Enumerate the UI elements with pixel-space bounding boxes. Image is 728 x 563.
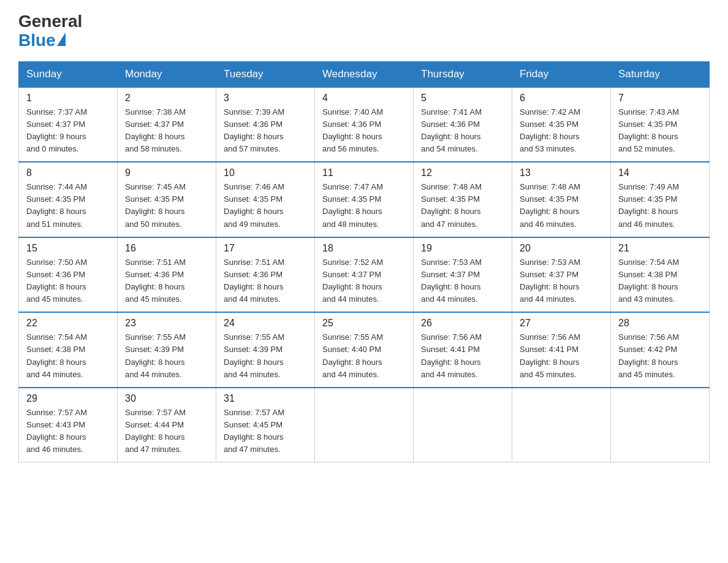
day-number: 7 bbox=[618, 93, 703, 104]
calendar-day-cell: 23Sunrise: 7:55 AMSunset: 4:39 PMDayligh… bbox=[118, 312, 216, 388]
calendar-day-cell: 4Sunrise: 7:40 AMSunset: 4:36 PMDaylight… bbox=[315, 87, 414, 163]
day-info: Sunrise: 7:53 AMSunset: 4:37 PMDaylight:… bbox=[421, 256, 506, 306]
calendar-day-cell: 8Sunrise: 7:44 AMSunset: 4:35 PMDaylight… bbox=[19, 162, 118, 237]
calendar-week-row: 29Sunrise: 7:57 AMSunset: 4:43 PMDayligh… bbox=[19, 388, 710, 462]
header-sunday: Sunday bbox=[19, 61, 118, 87]
day-info: Sunrise: 7:37 AMSunset: 4:37 PMDaylight:… bbox=[26, 106, 111, 156]
calendar-day-cell: 6Sunrise: 7:42 AMSunset: 4:35 PMDaylight… bbox=[512, 87, 611, 163]
calendar-day-cell: 25Sunrise: 7:55 AMSunset: 4:40 PMDayligh… bbox=[315, 312, 414, 388]
logo: General Blue bbox=[18, 12, 82, 50]
calendar-day-cell: 26Sunrise: 7:56 AMSunset: 4:41 PMDayligh… bbox=[414, 312, 512, 388]
calendar-day-cell: 11Sunrise: 7:47 AMSunset: 4:35 PMDayligh… bbox=[315, 162, 414, 237]
calendar-day-cell: 30Sunrise: 7:57 AMSunset: 4:44 PMDayligh… bbox=[118, 388, 216, 462]
header-monday: Monday bbox=[118, 61, 216, 87]
day-info: Sunrise: 7:56 AMSunset: 4:41 PMDaylight:… bbox=[421, 331, 506, 381]
day-info: Sunrise: 7:44 AMSunset: 4:35 PMDaylight:… bbox=[26, 181, 111, 231]
day-number: 16 bbox=[125, 243, 210, 254]
day-number: 22 bbox=[26, 318, 111, 329]
day-info: Sunrise: 7:45 AMSunset: 4:35 PMDaylight:… bbox=[125, 181, 210, 231]
calendar-day-cell: 17Sunrise: 7:51 AMSunset: 4:36 PMDayligh… bbox=[216, 237, 315, 313]
day-info: Sunrise: 7:50 AMSunset: 4:36 PMDaylight:… bbox=[26, 256, 111, 306]
day-info: Sunrise: 7:41 AMSunset: 4:36 PMDaylight:… bbox=[421, 106, 506, 156]
calendar-day-cell: 28Sunrise: 7:56 AMSunset: 4:42 PMDayligh… bbox=[611, 312, 710, 388]
day-info: Sunrise: 7:40 AMSunset: 4:36 PMDaylight:… bbox=[322, 106, 407, 156]
day-info: Sunrise: 7:52 AMSunset: 4:37 PMDaylight:… bbox=[322, 256, 407, 306]
page-header: General Blue bbox=[18, 12, 710, 50]
logo-blue-text: Blue bbox=[18, 31, 66, 50]
day-number: 24 bbox=[224, 318, 308, 329]
calendar-empty-cell bbox=[611, 388, 710, 462]
header-tuesday: Tuesday bbox=[216, 61, 315, 87]
calendar-day-cell: 9Sunrise: 7:45 AMSunset: 4:35 PMDaylight… bbox=[118, 162, 216, 237]
day-info: Sunrise: 7:49 AMSunset: 4:35 PMDaylight:… bbox=[618, 181, 703, 231]
calendar-day-cell: 12Sunrise: 7:48 AMSunset: 4:35 PMDayligh… bbox=[414, 162, 512, 237]
day-info: Sunrise: 7:56 AMSunset: 4:41 PMDaylight:… bbox=[520, 331, 604, 381]
calendar-empty-cell bbox=[414, 388, 512, 462]
calendar-day-cell: 15Sunrise: 7:50 AMSunset: 4:36 PMDayligh… bbox=[19, 237, 118, 313]
day-info: Sunrise: 7:47 AMSunset: 4:35 PMDaylight:… bbox=[322, 181, 407, 231]
logo-triangle-icon bbox=[57, 33, 66, 46]
header-friday: Friday bbox=[512, 61, 611, 87]
calendar-day-cell: 1Sunrise: 7:37 AMSunset: 4:37 PMDaylight… bbox=[19, 87, 118, 163]
day-number: 19 bbox=[421, 243, 506, 254]
day-number: 15 bbox=[26, 243, 111, 254]
calendar-table: SundayMondayTuesdayWednesdayThursdayFrid… bbox=[18, 61, 710, 463]
calendar-day-cell: 7Sunrise: 7:43 AMSunset: 4:35 PMDaylight… bbox=[611, 87, 710, 163]
day-number: 11 bbox=[322, 167, 407, 178]
day-info: Sunrise: 7:51 AMSunset: 4:36 PMDaylight:… bbox=[125, 256, 210, 306]
day-info: Sunrise: 7:57 AMSunset: 4:45 PMDaylight:… bbox=[224, 407, 308, 456]
calendar-day-cell: 20Sunrise: 7:53 AMSunset: 4:37 PMDayligh… bbox=[512, 237, 611, 313]
day-number: 17 bbox=[224, 243, 308, 254]
day-number: 10 bbox=[224, 167, 308, 178]
day-info: Sunrise: 7:43 AMSunset: 4:35 PMDaylight:… bbox=[618, 106, 703, 156]
day-number: 28 bbox=[618, 318, 703, 329]
day-info: Sunrise: 7:57 AMSunset: 4:43 PMDaylight:… bbox=[26, 407, 111, 456]
calendar-day-cell: 19Sunrise: 7:53 AMSunset: 4:37 PMDayligh… bbox=[414, 237, 512, 313]
calendar-empty-cell bbox=[315, 388, 414, 462]
day-info: Sunrise: 7:38 AMSunset: 4:37 PMDaylight:… bbox=[125, 106, 210, 156]
day-number: 9 bbox=[125, 167, 210, 178]
day-info: Sunrise: 7:54 AMSunset: 4:38 PMDaylight:… bbox=[26, 331, 111, 381]
day-number: 14 bbox=[618, 167, 703, 178]
calendar-day-cell: 16Sunrise: 7:51 AMSunset: 4:36 PMDayligh… bbox=[118, 237, 216, 313]
day-number: 12 bbox=[421, 167, 506, 178]
calendar-week-row: 8Sunrise: 7:44 AMSunset: 4:35 PMDaylight… bbox=[19, 162, 710, 237]
day-info: Sunrise: 7:53 AMSunset: 4:37 PMDaylight:… bbox=[520, 256, 604, 306]
header-thursday: Thursday bbox=[414, 61, 512, 87]
calendar-day-cell: 13Sunrise: 7:48 AMSunset: 4:35 PMDayligh… bbox=[512, 162, 611, 237]
day-info: Sunrise: 7:46 AMSunset: 4:35 PMDaylight:… bbox=[224, 181, 308, 231]
day-number: 2 bbox=[125, 93, 210, 104]
header-saturday: Saturday bbox=[611, 61, 710, 87]
day-info: Sunrise: 7:48 AMSunset: 4:35 PMDaylight:… bbox=[421, 181, 506, 231]
day-info: Sunrise: 7:57 AMSunset: 4:44 PMDaylight:… bbox=[125, 407, 210, 456]
day-number: 26 bbox=[421, 318, 506, 329]
day-info: Sunrise: 7:55 AMSunset: 4:39 PMDaylight:… bbox=[125, 331, 210, 381]
day-number: 20 bbox=[520, 243, 604, 254]
calendar-day-cell: 10Sunrise: 7:46 AMSunset: 4:35 PMDayligh… bbox=[216, 162, 315, 237]
day-info: Sunrise: 7:48 AMSunset: 4:35 PMDaylight:… bbox=[520, 181, 604, 231]
calendar-week-row: 15Sunrise: 7:50 AMSunset: 4:36 PMDayligh… bbox=[19, 237, 710, 313]
day-number: 27 bbox=[520, 318, 604, 329]
day-number: 4 bbox=[322, 93, 407, 104]
calendar-day-cell: 29Sunrise: 7:57 AMSunset: 4:43 PMDayligh… bbox=[19, 388, 118, 462]
day-number: 18 bbox=[322, 243, 407, 254]
day-number: 5 bbox=[421, 93, 506, 104]
calendar-empty-cell bbox=[512, 388, 611, 462]
day-info: Sunrise: 7:56 AMSunset: 4:42 PMDaylight:… bbox=[618, 331, 703, 381]
day-info: Sunrise: 7:54 AMSunset: 4:38 PMDaylight:… bbox=[618, 256, 703, 306]
day-number: 3 bbox=[224, 93, 308, 104]
calendar-day-cell: 14Sunrise: 7:49 AMSunset: 4:35 PMDayligh… bbox=[611, 162, 710, 237]
calendar-day-cell: 5Sunrise: 7:41 AMSunset: 4:36 PMDaylight… bbox=[414, 87, 512, 163]
calendar-week-row: 1Sunrise: 7:37 AMSunset: 4:37 PMDaylight… bbox=[19, 87, 710, 163]
day-number: 30 bbox=[125, 393, 210, 404]
calendar-day-cell: 27Sunrise: 7:56 AMSunset: 4:41 PMDayligh… bbox=[512, 312, 611, 388]
calendar-header-row: SundayMondayTuesdayWednesdayThursdayFrid… bbox=[19, 61, 710, 87]
day-number: 21 bbox=[618, 243, 703, 254]
day-info: Sunrise: 7:55 AMSunset: 4:40 PMDaylight:… bbox=[322, 331, 407, 381]
calendar-week-row: 22Sunrise: 7:54 AMSunset: 4:38 PMDayligh… bbox=[19, 312, 710, 388]
day-info: Sunrise: 7:39 AMSunset: 4:36 PMDaylight:… bbox=[224, 106, 308, 156]
day-number: 13 bbox=[520, 167, 604, 178]
day-number: 1 bbox=[26, 93, 111, 104]
calendar-day-cell: 2Sunrise: 7:38 AMSunset: 4:37 PMDaylight… bbox=[118, 87, 216, 163]
day-number: 23 bbox=[125, 318, 210, 329]
